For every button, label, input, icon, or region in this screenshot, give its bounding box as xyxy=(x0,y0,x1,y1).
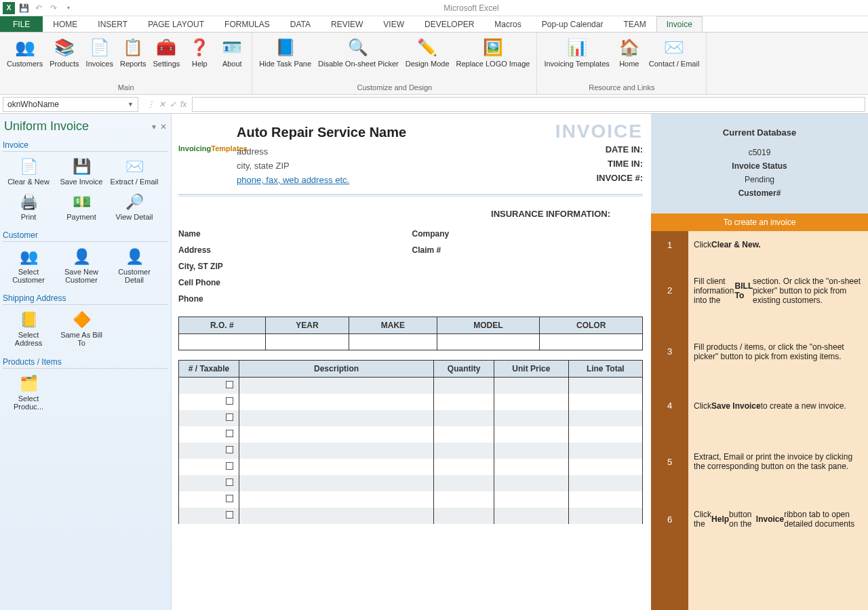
taskpane-button-payment[interactable]: 💵Payment xyxy=(56,190,107,224)
vehicle-table[interactable]: R.O. #YEARMAKEMODELCOLOR xyxy=(178,317,643,350)
vehicle-cell[interactable] xyxy=(265,334,349,350)
taskpane-button-print[interactable]: 🖨️Print xyxy=(3,190,54,224)
item-cell[interactable] xyxy=(568,410,642,426)
qat-dropdown-icon[interactable]: ▾ xyxy=(62,2,75,14)
taxable-checkbox[interactable] xyxy=(226,397,233,405)
item-cell[interactable] xyxy=(179,475,239,491)
item-cell[interactable] xyxy=(179,426,239,443)
item-cell[interactable] xyxy=(239,410,433,426)
table-row[interactable] xyxy=(179,459,643,475)
ribbon-tab-file[interactable]: FILE xyxy=(0,16,43,32)
company-contact-link[interactable]: phone, fax, web address etc. xyxy=(237,173,507,187)
formula-input[interactable] xyxy=(192,97,865,112)
taxable-checkbox[interactable] xyxy=(226,479,233,486)
undo-icon[interactable]: ↶ xyxy=(33,2,45,14)
taxable-checkbox[interactable] xyxy=(226,462,233,470)
item-cell[interactable] xyxy=(494,475,568,491)
ribbon-tab-home[interactable]: HOME xyxy=(43,16,87,32)
taskpane-button-customer-detail[interactable]: 👤Customer Detail xyxy=(108,245,160,287)
ribbon-tab-invoice[interactable]: Invoice xyxy=(656,16,703,32)
item-cell[interactable] xyxy=(239,378,433,394)
vehicle-cell[interactable] xyxy=(179,334,266,350)
ribbon-button-settings[interactable]: 🧰Settings xyxy=(151,34,183,83)
item-cell[interactable] xyxy=(494,394,568,410)
ribbon-tab-developer[interactable]: DEVELOPER xyxy=(414,16,484,32)
taskpane-button-select-produc-[interactable]: 🗂️Select Produc... xyxy=(3,371,54,413)
taskpane-button-save-invoice[interactable]: 💾Save Invoice xyxy=(56,155,107,188)
item-cell[interactable] xyxy=(179,459,239,475)
table-row[interactable] xyxy=(179,394,643,410)
ribbon-button-replace-logo-image[interactable]: 🖼️Replace LOGO Image xyxy=(454,34,533,83)
item-cell[interactable] xyxy=(494,459,568,475)
item-cell[interactable] xyxy=(179,491,239,508)
item-cell[interactable] xyxy=(179,378,239,394)
item-cell[interactable] xyxy=(179,443,239,459)
item-cell[interactable] xyxy=(568,475,642,491)
item-cell[interactable] xyxy=(434,443,494,459)
ribbon-button-design-mode[interactable]: ✏️Design Mode xyxy=(403,34,452,83)
item-cell[interactable] xyxy=(434,410,494,426)
menu-icon[interactable]: ⋮ xyxy=(146,100,155,109)
item-cell[interactable] xyxy=(239,459,433,475)
item-cell[interactable] xyxy=(494,378,568,394)
ribbon-tab-review[interactable]: REVIEW xyxy=(321,16,373,32)
taskpane-button-select-customer[interactable]: 👥Select Customer xyxy=(3,245,54,287)
vehicle-cell[interactable] xyxy=(349,334,437,350)
item-cell[interactable] xyxy=(568,491,642,508)
taxable-checkbox[interactable] xyxy=(226,381,233,388)
taxable-checkbox[interactable] xyxy=(226,430,233,437)
line-items-table[interactable]: # / TaxableDescriptionQuantityUnit Price… xyxy=(178,360,643,524)
item-cell[interactable] xyxy=(434,475,494,491)
billto-label[interactable]: Cell Phone xyxy=(178,274,410,291)
save-icon[interactable]: 💾 xyxy=(18,2,30,14)
taxable-checkbox[interactable] xyxy=(226,511,233,518)
ribbon-tab-data[interactable]: DATA xyxy=(280,16,321,32)
item-cell[interactable] xyxy=(568,426,642,443)
taxable-checkbox[interactable] xyxy=(226,413,233,421)
vehicle-cell[interactable] xyxy=(437,334,540,350)
ribbon-button-help[interactable]: ❓Help xyxy=(184,34,215,83)
taskpane-button-select-address[interactable]: 📒Select Address xyxy=(3,308,54,350)
ribbon-tab-page-layout[interactable]: PAGE LAYOUT xyxy=(138,16,214,32)
accept-icon[interactable]: ✓ xyxy=(170,100,176,109)
item-cell[interactable] xyxy=(434,491,494,508)
item-cell[interactable] xyxy=(239,475,433,491)
table-row[interactable] xyxy=(179,410,643,426)
ribbon-button-contact-email[interactable]: ✉️Contact / Email xyxy=(646,34,703,83)
taxable-checkbox[interactable] xyxy=(226,446,233,453)
item-cell[interactable] xyxy=(239,426,433,443)
company-address[interactable]: address xyxy=(237,144,507,159)
billto-label[interactable]: Name xyxy=(178,226,410,242)
ribbon-button-reports[interactable]: 📋Reports xyxy=(117,34,149,83)
insurance-label[interactable]: Company xyxy=(412,226,644,242)
vehicle-cell[interactable] xyxy=(540,334,643,350)
item-cell[interactable] xyxy=(239,443,433,459)
table-row[interactable] xyxy=(179,378,643,394)
item-cell[interactable] xyxy=(434,378,494,394)
ribbon-button-disable-on-sheet-picker[interactable]: 🔍Disable On-sheet Picker xyxy=(315,34,401,83)
item-cell[interactable] xyxy=(434,459,494,475)
table-row[interactable] xyxy=(179,508,643,524)
chevron-down-icon[interactable]: ▼ xyxy=(127,101,134,108)
item-cell[interactable] xyxy=(179,508,239,524)
item-cell[interactable] xyxy=(568,394,642,410)
name-box[interactable]: oknWhoName ▼ xyxy=(3,97,138,112)
table-row[interactable] xyxy=(179,475,643,491)
item-cell[interactable] xyxy=(434,508,494,524)
redo-icon[interactable]: ↷ xyxy=(47,2,60,14)
taxable-checkbox[interactable] xyxy=(226,495,233,502)
ribbon-button-invoicing-templates[interactable]: 📊Invoicing Templates xyxy=(541,34,612,83)
fx-icon[interactable]: fx xyxy=(180,100,186,109)
item-cell[interactable] xyxy=(568,378,642,394)
ribbon-tab-formulas[interactable]: FORMULAS xyxy=(214,16,280,32)
item-cell[interactable] xyxy=(568,508,642,524)
company-name[interactable]: Auto Repair Service Name xyxy=(237,121,507,144)
ribbon-tab-insert[interactable]: INSERT xyxy=(87,16,138,32)
chevron-down-icon[interactable]: ▾ xyxy=(152,122,156,131)
taskpane-button-clear-new[interactable]: 📄Clear & New xyxy=(3,155,54,188)
item-cell[interactable] xyxy=(494,426,568,443)
taskpane-button-same-as-bill-to[interactable]: 🔶Same As Bill To xyxy=(56,308,107,350)
ribbon-button-about[interactable]: 🪪About xyxy=(216,34,248,83)
table-row[interactable] xyxy=(179,426,643,443)
insurance-label[interactable]: Claim # xyxy=(412,242,644,258)
